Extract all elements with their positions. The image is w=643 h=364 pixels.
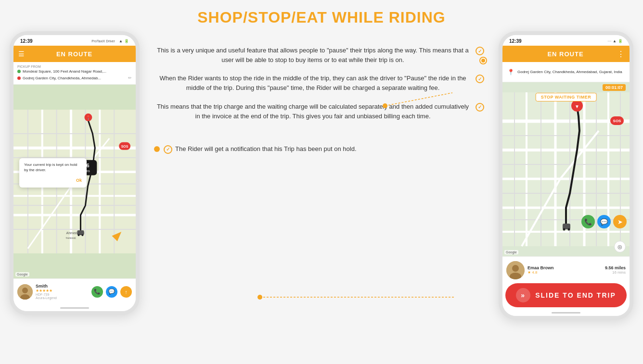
right-time: 12:39 bbox=[509, 38, 522, 44]
left-time: 12:39 bbox=[20, 38, 33, 44]
left-bottom-indicator bbox=[13, 304, 136, 311]
svg-point-60 bbox=[568, 228, 570, 231]
para3-text: This means that the trip charge and the … bbox=[154, 102, 472, 121]
driver-rating: ★★★★★ bbox=[36, 289, 89, 293]
right-action-icons: 📞 💬 ➤ bbox=[581, 215, 627, 228]
message-button[interactable]: 💬 bbox=[106, 286, 117, 298]
right-map-svg: ▼ SOS bbox=[502, 82, 630, 256]
check-3 bbox=[476, 103, 484, 112]
svg-point-33 bbox=[22, 288, 28, 293]
svg-text:અમદાવાદ: અમદાવાદ bbox=[65, 237, 77, 239]
right-header: EN ROUTE ⋮ bbox=[502, 46, 630, 62]
right-status-bar: 12:39 ···· ▲ 🔋 bbox=[502, 35, 630, 46]
ok-button[interactable]: Ok bbox=[76, 178, 82, 183]
right-message-button[interactable]: 💬 bbox=[597, 215, 611, 228]
annotation-dot-top-right bbox=[480, 58, 486, 63]
para2-text: When the Rider wants to stop the ride in… bbox=[154, 74, 472, 93]
trip-stats: 9.56 miles 16 mins bbox=[605, 265, 626, 275]
slide-to-end-label: SLIDE TO END TRIP bbox=[535, 291, 616, 299]
right-driver-name: Emaa Brown bbox=[527, 265, 602, 270]
pickup-dot bbox=[17, 70, 21, 73]
driver-car: Acura-Legend bbox=[36, 296, 89, 300]
signal-dots: ···· bbox=[607, 39, 611, 43]
dest-pin-icon: 📍 bbox=[507, 69, 514, 75]
svg-text:📍: 📍 bbox=[86, 115, 91, 121]
page-title: SHOP/STOP/EAT WHILE RIDING bbox=[197, 9, 446, 26]
wifi-icon: ▲ bbox=[119, 39, 123, 43]
destination-info: 📍 Godrej Garden City, Chandkheda, Ahmeda… bbox=[502, 62, 630, 82]
left-trip-info: PICKUP FROM Mondeal Square, 100 Feet Ana… bbox=[13, 62, 136, 85]
driver-info: Smith ★★★★★ HDF-739 Acura-Legend bbox=[36, 284, 89, 300]
more-options-icon[interactable]: ⋮ bbox=[617, 50, 625, 59]
hamburger-icon[interactable]: ☰ bbox=[18, 50, 25, 58]
edit-icon[interactable]: ✏ bbox=[128, 75, 132, 80]
svg-text:Ahmedabad: Ahmedabad bbox=[66, 231, 85, 235]
right-wifi-icon: ▲ bbox=[613, 39, 617, 43]
right-header-title: EN ROUTE bbox=[514, 50, 617, 58]
left-phone: 12:39 ProTaxiX Driver ▲ 🔋 ☰ EN ROUTE PIC… bbox=[10, 31, 140, 315]
pickup-address: Mondeal Square, 100 Feet Anand Nagar Roa… bbox=[23, 69, 106, 74]
check-1 bbox=[476, 47, 484, 55]
right-phone-wrapper: 12:39 ···· ▲ 🔋 EN ROUTE ⋮ 📍 Godrej Garde… bbox=[499, 31, 633, 320]
svg-text:▼: ▼ bbox=[575, 104, 579, 109]
text-block-4: The Rider will get a notification that h… bbox=[154, 144, 484, 154]
driver-plate: HDF-739 bbox=[36, 293, 89, 296]
timer-badge: 00:01:07 bbox=[603, 84, 626, 91]
right-call-button[interactable]: 📞 bbox=[581, 215, 595, 228]
right-phone: 12:39 ···· ▲ 🔋 EN ROUTE ⋮ 📍 Godrej Garde… bbox=[499, 31, 633, 320]
trip-hold-popup: Your current trip is kept on hold by the… bbox=[19, 158, 87, 187]
right-driver-info: Emaa Brown ★ 4.8 bbox=[527, 265, 602, 275]
slide-to-end-trip[interactable]: » SLIDE TO END TRIP bbox=[505, 283, 627, 307]
slide-arrows-icon: » bbox=[516, 288, 530, 302]
svg-text:SOS: SOS bbox=[613, 119, 622, 123]
pickup-label: PICKUP FROM bbox=[17, 65, 132, 68]
para4-text: The Rider will get a notification that h… bbox=[175, 144, 357, 154]
dropoff-row: Godrej Garden City, Chandkheda, Ahmedab.… bbox=[17, 75, 132, 81]
left-action-icons: 📞 💬 ↑ bbox=[91, 286, 132, 298]
stop-waiting-button[interactable]: STOP WAITING TIMER bbox=[536, 93, 597, 101]
left-app-name: ProTaxiX Driver bbox=[91, 39, 115, 43]
center-description: This is a very unique and useful feature… bbox=[140, 41, 499, 159]
check-4 bbox=[164, 145, 172, 154]
svg-point-64 bbox=[512, 265, 519, 272]
trip-duration: 16 mins bbox=[605, 270, 626, 275]
left-driver-bar: Smith ★★★★★ HDF-739 Acura-Legend 📞 💬 ↑ bbox=[13, 278, 136, 304]
right-battery-icon: 🔋 bbox=[618, 39, 623, 43]
right-map: 00:01:07 STOP WAITING TIMER bbox=[502, 82, 630, 256]
left-header: ☰ EN ROUTE bbox=[13, 46, 136, 62]
right-nav-button[interactable]: ➤ bbox=[613, 215, 627, 228]
text-block-2: When the Rider wants to stop the ride in… bbox=[154, 74, 484, 93]
google-badge-right: Google bbox=[504, 250, 518, 254]
left-status-bar: 12:39 ProTaxiX Driver ▲ 🔋 bbox=[13, 35, 136, 46]
trip-hold-text: Your current trip is kept on hold by the… bbox=[24, 162, 82, 173]
annotation-dot-bottom-left bbox=[154, 146, 160, 152]
right-status-icons: ···· ▲ 🔋 bbox=[607, 39, 623, 43]
left-header-title: EN ROUTE bbox=[25, 50, 124, 58]
left-status-icons: ProTaxiX Driver ▲ 🔋 bbox=[91, 39, 129, 43]
svg-text:SOS: SOS bbox=[121, 145, 129, 148]
google-badge-left: Google bbox=[15, 272, 29, 276]
trip-hold-ok[interactable]: Ok bbox=[24, 175, 82, 184]
home-indicator-right bbox=[552, 312, 580, 314]
left-map: 16 mins 📍 SOS Ahmedabad અમદાવાદ bbox=[13, 85, 136, 278]
dropoff-address: Godrej Garden City, Chandkheda, Ahmedab.… bbox=[23, 76, 101, 80]
home-indicator-left bbox=[60, 307, 89, 309]
trip-distance: 9.56 miles bbox=[605, 265, 626, 270]
driver-name: Smith bbox=[36, 284, 89, 289]
right-driver-bar: Emaa Brown ★ 4.8 9.56 miles 16 mins bbox=[502, 256, 630, 283]
check-2 bbox=[476, 75, 484, 83]
right-driver-rating: ★ 4.8 bbox=[527, 270, 602, 275]
right-bottom-indicator bbox=[502, 309, 630, 316]
text-block-1: This is a very unique and useful feature… bbox=[154, 46, 484, 65]
para1-text: This is a very unique and useful feature… bbox=[154, 46, 472, 65]
share-button[interactable]: ↑ bbox=[120, 286, 132, 298]
driver-avatar bbox=[17, 284, 33, 300]
right-driver-avatar bbox=[506, 261, 525, 279]
pickup-row: Mondeal Square, 100 Feet Anand Nagar Roa… bbox=[17, 68, 132, 75]
battery-icon: 🔋 bbox=[124, 39, 129, 43]
call-button[interactable]: 📞 bbox=[91, 286, 103, 298]
text-block-3: This means that the trip charge and the … bbox=[154, 102, 484, 121]
dest-address: Godrej Garden City, Chandkheda, Ahmedaba… bbox=[517, 69, 625, 75]
svg-point-59 bbox=[563, 228, 566, 231]
compass-button[interactable]: ◎ bbox=[614, 241, 626, 252]
